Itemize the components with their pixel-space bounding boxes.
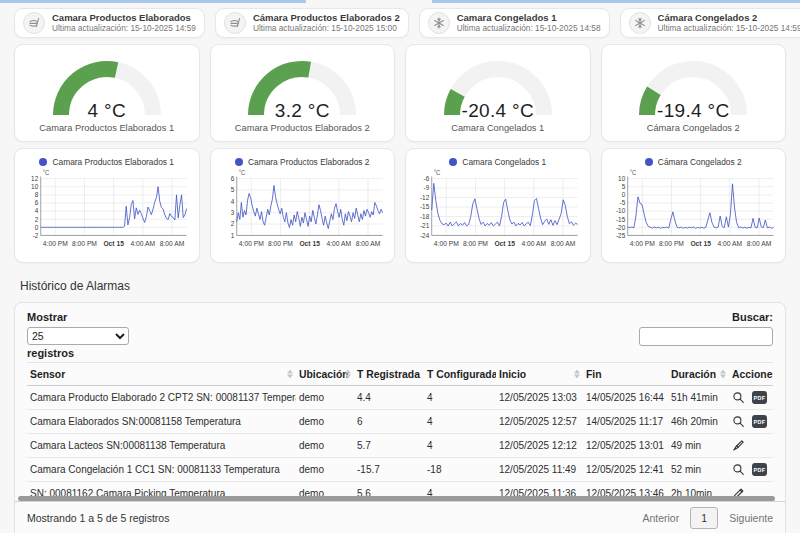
gauge: 3.2 °C [211,50,395,118]
line-chart: 4:00 PM8:00 PMOct 154:00 AM8:00 AM-6-9-1… [412,169,584,259]
t-configurada-cell: 4 [424,386,496,410]
pagination-next[interactable]: Siguiente [729,512,773,524]
signature-icon[interactable] [732,439,745,452]
pagination-page-1[interactable]: 1 [690,507,718,529]
t-configurada-cell: 4 [424,410,496,434]
duracion-cell: 52 min [668,458,729,482]
elaborated-products-icon [28,17,40,29]
chart-legend[interactable]: Camara Congelados 1 [412,154,584,169]
sort-icon[interactable] [574,370,580,379]
top-scroll-segment-right[interactable] [432,0,800,3]
svg-text:5: 5 [230,186,234,193]
svg-text:8:00 AM: 8:00 AM [355,240,380,247]
view-details-icon[interactable] [732,415,745,428]
sort-icon[interactable] [345,370,351,379]
snowflake-icon [634,17,646,29]
svg-text:4:00 PM: 4:00 PM [43,240,68,247]
gauge-label: Camara Productos Elaborados 2 [211,123,395,133]
records-label: registros [27,347,129,359]
t-registrada-cell: 5.7 [354,434,424,458]
view-details-icon[interactable] [732,391,745,404]
svg-text:4:00 AM: 4:00 AM [522,240,547,247]
column-header-duración[interactable]: Duración [668,363,729,386]
sensor-card-header: Cámara Congelados 2Ultima actualización:… [620,8,800,38]
column-header-label: Acciones [732,369,773,380]
inicio-cell: 12/05/2025 11:49 [496,458,583,482]
duracion-cell: 51h 41min [668,386,729,410]
svg-text:10: 10 [31,183,38,190]
sort-icon[interactable] [720,370,726,379]
duracion-cell: 49 min [668,434,729,458]
svg-text:-12: -12 [420,194,430,201]
column-header-ubicación[interactable]: Ubicación [296,363,354,386]
t-registrada-cell: -15.7 [354,458,424,482]
snowflake-icon-wrap [428,12,450,34]
svg-text:-18: -18 [420,213,430,220]
pdf-export-icon[interactable]: PDF [752,391,767,404]
fin-cell: 14/05/2025 16:44 [583,386,668,410]
svg-text:10: 10 [618,175,625,182]
column-header-acciones: Acciones [729,363,773,386]
t-registrada-cell: 6 [354,410,424,434]
gauge-label: Camara Congelados 1 [406,123,590,133]
pagination-previous[interactable]: Anterior [642,512,679,524]
card-title: Camara Congelados 1 [457,12,601,23]
gauge-card: 3.2 °CCamara Productos Elaborados 2 [210,44,396,142]
column-header-label: T Configurada [427,369,496,380]
t-configurada-cell: -18 [424,458,496,482]
ubicacion-cell: demo [296,386,354,410]
card-last-update: Ultima actualización: 15-10-2025 14:59 [658,24,800,34]
card-last-update: Ultima actualización: 15-10-2025 14:58 [457,24,601,34]
search-input[interactable] [639,327,773,346]
svg-text:2: 2 [35,215,39,222]
chart-legend[interactable]: Camara Productos Elaborados 1 [21,154,193,169]
svg-text:6: 6 [230,175,234,182]
show-label: Mostrar [27,311,129,323]
svg-text:5: 5 [621,183,625,190]
svg-text:-10: -10 [615,207,625,214]
svg-text:4:00 PM: 4:00 PM [434,240,459,247]
gauge: 4 °C [15,50,199,118]
column-header-label: Inicio [499,369,526,380]
chart-legend[interactable]: Cámara Congelados 2 [608,154,780,169]
svg-text:-2: -2 [33,232,39,239]
legend-dot-icon [39,158,47,166]
fin-cell: 12/05/2025 13:01 [583,434,668,458]
chart-legend[interactable]: Camara Productos Elaborados 2 [217,154,389,169]
legend-label: Camara Productos Elaborados 2 [248,157,370,167]
snowflake-icon [433,17,445,29]
sensor-card-header: Camara Productos ElaboradosUltima actual… [14,8,205,38]
top-scroll-segment-left[interactable] [0,0,306,3]
duracion-cell: 46h 20min [668,410,729,434]
table-row: Camara Lacteos SN:00081138 Temperaturade… [27,434,773,458]
table-footer: Mostrando 1 a 5 de 5 registros Anterior … [15,501,785,533]
svg-text:°C: °C [629,169,636,176]
ubicacion-cell: demo [296,458,354,482]
page-size-select[interactable]: 25 [27,327,129,345]
pdf-export-icon[interactable]: PDF [752,463,767,476]
gauge-value: -19.4 °C [602,100,786,122]
pdf-export-icon[interactable]: PDF [752,415,767,428]
gauge: -20.4 °C [406,50,590,118]
table-row: Camara Congelación 1 CC1 SN: 00081133 Te… [27,458,773,482]
svg-text:4: 4 [35,207,39,214]
page-size-control: Mostrar 25 registros [27,311,129,359]
legend-dot-icon [235,158,243,166]
svg-text:8:00 AM: 8:00 AM [746,240,771,247]
ubicacion-cell: demo [296,410,354,434]
gauge-value: 4 °C [15,100,199,122]
acciones-cell: PDF [729,386,773,410]
t-registrada-cell: 4.4 [354,386,424,410]
sensor-cell: Camara Elaborados SN:00081158 Temperatur… [27,410,296,434]
svg-text:Oct 15: Oct 15 [690,240,711,247]
results-summary: Mostrando 1 a 5 de 5 registros [27,512,169,524]
chart-card: Camara Congelados 14:00 PM8:00 PMOct 154… [405,148,591,263]
sort-icon[interactable] [287,370,293,379]
column-header-sensor[interactable]: Sensor [27,363,296,386]
sensor-card-header: Camara Congelados 1Ultima actualización:… [419,8,610,38]
column-header-inicio[interactable]: Inicio [496,363,583,386]
section-title-alarm-history: Histórico de Alarmas [20,279,786,293]
view-details-icon[interactable] [732,463,745,476]
svg-text:-9: -9 [424,184,430,191]
elaborated-products-icon [229,17,241,29]
